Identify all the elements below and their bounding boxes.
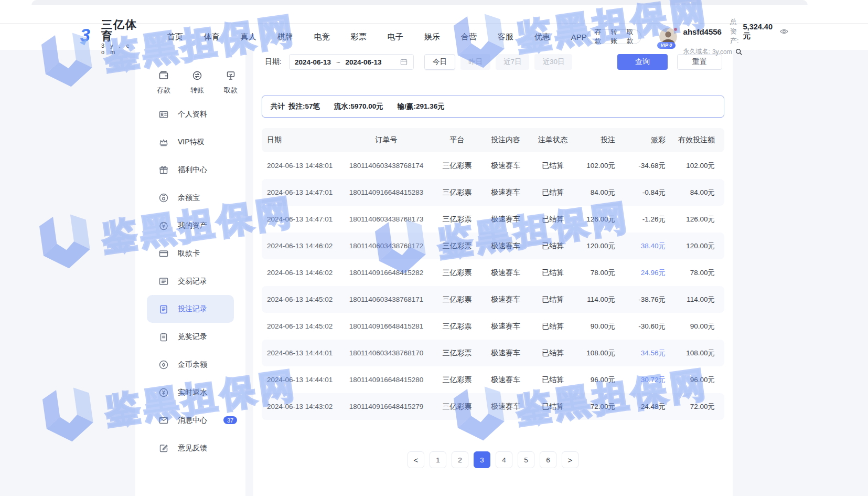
transfer-icon — [192, 69, 202, 82]
cell: 三亿彩票 — [432, 295, 482, 304]
summary-bar: 共计 投注:57笔 流水:5970.00元 输/赢:291.36元 — [262, 96, 724, 118]
vip-icon — [158, 137, 169, 147]
cell: 三亿彩票 — [432, 402, 482, 411]
table-row: 2024-06-13 14:47:011801140603438768173三亿… — [262, 206, 724, 233]
prev-page-button[interactable]: < — [408, 451, 424, 468]
range-button-近7日[interactable]: 近7日 — [496, 54, 530, 70]
search-icon[interactable] — [735, 48, 743, 56]
sidebar-item-redeem[interactable]: 兑奖记录 — [135, 323, 245, 351]
wallet-action-取款[interactable]: 取款 — [627, 28, 634, 46]
nav-item-真人[interactable]: 真人 — [241, 32, 256, 42]
column-header: 投注内容 — [482, 135, 529, 145]
sidebar-item-assets[interactable]: 我的资产 — [135, 212, 245, 239]
reset-button[interactable]: 重置 — [677, 54, 722, 70]
sidebar-item-feedback[interactable]: 意见反馈 — [135, 434, 245, 462]
cell: -24.48元 — [623, 402, 670, 411]
nav-item-体育[interactable]: 体育 — [204, 32, 220, 42]
column-header: 派彩 — [623, 135, 670, 145]
coins-icon — [158, 360, 169, 370]
page-button-2[interactable]: 2 — [452, 451, 468, 468]
nav-item-优惠[interactable]: 优惠 — [534, 32, 550, 42]
site-logo[interactable]: 3 三亿体育 3 y . c o m — [76, 19, 138, 55]
sidebar-item-label: 取款卡 — [178, 249, 200, 258]
quick-action-deposit[interactable]: 存款 — [149, 69, 178, 95]
sidebar-item-label: 金币余额 — [178, 360, 207, 370]
sidebar-item-profile[interactable]: 个人资料 — [135, 100, 245, 128]
wallet-action-转账[interactable]: 转账 — [610, 28, 617, 46]
cell: 90.00元 — [670, 322, 724, 331]
main-nav: 首页体育真人棋牌电竞彩票电子娱乐合营客服优惠APP — [167, 32, 587, 42]
table-row: 2024-06-13 14:48:011801140603438768174三亿… — [262, 152, 724, 179]
cell: -34.68元 — [623, 161, 670, 171]
summary-winloss: 输/赢:291.36元 — [398, 102, 445, 111]
browser-top-bar — [31, 0, 808, 5]
assets-label: 总资产: — [730, 17, 739, 46]
nav-item-客服[interactable]: 客服 — [498, 32, 513, 42]
cell: 72.00元 — [576, 402, 623, 411]
page-button-3[interactable]: 3 — [474, 451, 490, 468]
table-row: 2024-06-13 14:47:011801140916648415283三亿… — [262, 179, 724, 206]
page-button-4[interactable]: 4 — [496, 451, 512, 468]
cell: 2024-06-13 14:46:02 — [262, 269, 340, 277]
cell: -30.60元 — [623, 322, 670, 331]
nav-item-娱乐[interactable]: 娱乐 — [424, 32, 440, 42]
sidebar-item-coins[interactable]: 金币余额 — [135, 351, 245, 378]
page-button-5[interactable]: 5 — [518, 451, 534, 468]
sidebar-item-label: 投注记录 — [178, 304, 207, 314]
cell: 极速赛车 — [482, 215, 529, 224]
feedback-icon — [158, 443, 169, 453]
table-row: 2024-06-13 14:46:021801140916648415282三亿… — [262, 259, 724, 286]
cell: 2024-06-13 14:43:02 — [262, 403, 340, 410]
nav-item-合营[interactable]: 合营 — [461, 32, 477, 42]
wallet-action-存款[interactable]: 存款 — [595, 28, 602, 46]
avatar[interactable]: VIP 0 — [659, 28, 677, 46]
logo-text: 三亿体育 3 y . c o m — [101, 19, 138, 55]
cell: 已结算 — [529, 188, 576, 197]
cell: -0.84元 — [623, 188, 670, 197]
cell: 极速赛车 — [482, 268, 529, 278]
sidebar-item-messages[interactable]: 消息中心37 — [135, 406, 245, 434]
sidebar-item-welfare[interactable]: 福利中心 — [135, 156, 245, 184]
sidebar-item-card[interactable]: 取款卡 — [135, 239, 245, 267]
page-button-1[interactable]: 1 — [430, 451, 446, 468]
cell: 1801140603438768173 — [340, 215, 432, 223]
eye-icon[interactable] — [780, 28, 788, 35]
sidebar-item-label: 消息中心 — [178, 416, 207, 425]
cell: 90.00元 — [576, 322, 623, 331]
nav-item-电子[interactable]: 电子 — [388, 32, 403, 42]
sidebar-item-label: 我的资产 — [178, 221, 207, 230]
range-button-昨日[interactable]: 昨日 — [460, 54, 490, 70]
date-range-shortcuts: 今日昨日近7日近30日 — [424, 54, 573, 70]
calendar-icon — [400, 58, 408, 66]
query-button[interactable]: 查询 — [617, 54, 668, 70]
nav-item-彩票[interactable]: 彩票 — [351, 32, 367, 42]
page-button-6[interactable]: 6 — [540, 451, 556, 468]
sidebar-item-transactions[interactable]: 交易记录 — [135, 267, 245, 295]
table-row: 2024-06-13 14:44:011801140916648415280三亿… — [262, 366, 724, 393]
rebate-icon — [158, 387, 169, 398]
sidebar-item-rebate[interactable]: 实时返水 — [135, 378, 245, 406]
cell: 2024-06-13 14:45:02 — [262, 296, 340, 303]
sidebar-item-vip[interactable]: VIP特权 — [135, 128, 245, 156]
cell: 三亿彩票 — [432, 375, 482, 385]
quick-action-withdraw[interactable]: 取款 — [216, 69, 245, 95]
cell: 78.00元 — [576, 268, 623, 278]
assets-icon — [158, 220, 169, 231]
sidebar-item-bets[interactable]: 投注记录 — [147, 295, 234, 323]
range-button-今日[interactable]: 今日 — [424, 54, 455, 70]
column-header: 投注 — [576, 135, 623, 145]
transactions-icon — [158, 276, 169, 287]
nav-item-首页[interactable]: 首页 — [167, 32, 183, 42]
sidebar-item-yuebao[interactable]: 余额宝 — [135, 184, 245, 212]
next-page-button[interactable]: > — [562, 451, 578, 468]
nav-item-棋牌[interactable]: 棋牌 — [277, 32, 293, 42]
cell: 已结算 — [529, 322, 576, 331]
cell: 三亿彩票 — [432, 268, 482, 278]
range-button-近30日[interactable]: 近30日 — [534, 54, 572, 70]
quick-action-transfer[interactable]: 转账 — [183, 69, 212, 95]
date-range-input[interactable]: 2024-06-13 ~ 2024-06-13 — [289, 54, 414, 70]
nav-item-电竞[interactable]: 电竞 — [314, 32, 330, 42]
unread-count-badge: 37 — [223, 416, 237, 424]
nav-item-APP[interactable]: APP — [571, 33, 587, 41]
cell: 2024-06-13 14:47:01 — [262, 188, 340, 196]
